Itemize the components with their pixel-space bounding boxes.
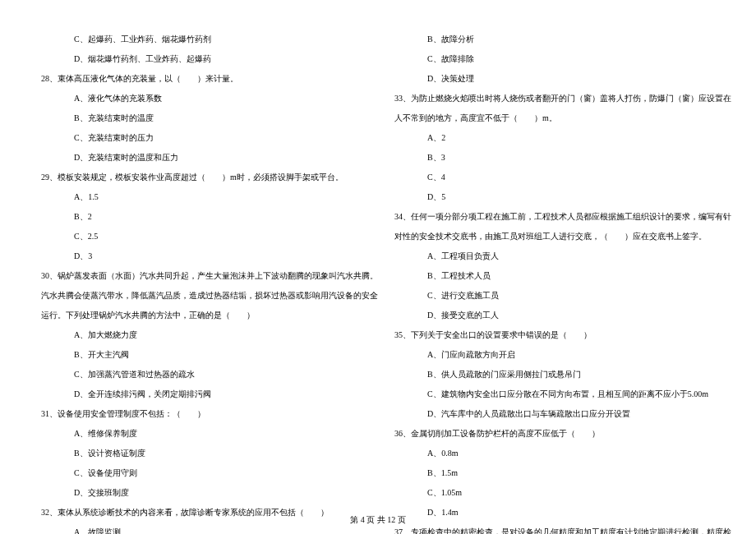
option-text: B、2	[36, 210, 366, 223]
option-text: D、5	[390, 191, 720, 203]
option-text: C、设备使用守则	[36, 467, 366, 479]
option-text: D、3	[36, 250, 366, 262]
page-footer: 第 4 页 共 12 页	[0, 514, 756, 526]
question-text: 37、专项检查中的精密检查，是对设备的几何精度和加工精度有计划地定期进行检测，精…	[390, 526, 720, 534]
option-text: B、充装结束时的温度	[36, 112, 366, 124]
option-text: A、工程项目负责人	[390, 250, 720, 262]
option-text: C、进行交底施工员	[390, 289, 720, 302]
option-text: C、建筑物内安全出口应分散在不同方向布置，且相互间的距离不应小于5.00m	[390, 388, 720, 400]
question-text: 35、下列关于安全出口的设置要求中错误的是（ ）	[390, 329, 720, 341]
option-text: C、故障排除	[390, 53, 720, 65]
question-text: 汽水共腾会使蒸汽带水，降低蒸汽品质，造成过热器结垢，损坏过热器或影响用汽设备的安…	[36, 289, 366, 302]
option-text: B、开大主汽阀	[36, 348, 366, 361]
question-text: 36、金属切削加工设备防护栏杆的高度不应低于（ ）	[390, 427, 720, 440]
option-text: C、起爆药、工业炸药、烟花爆竹药剂	[36, 33, 366, 45]
option-text: D、交接班制度	[36, 486, 366, 499]
question-text: 33、为防止燃烧火焰喷出时将人烧伤或者翻开的门（窗）盖将人打伤，防爆门（窗）应设…	[390, 92, 720, 104]
option-text: D、烟花爆竹药剂、工业炸药、起爆药	[36, 53, 366, 65]
option-text: D、充装结束时的温度和压力	[36, 151, 366, 163]
option-text: C、4	[390, 171, 720, 183]
option-text: B、1.5m	[390, 467, 720, 479]
question-text: 30、锅炉蒸发表面（水面）汽水共同升起，产生大量泡沫并上下波动翻腾的现象叫汽水共…	[36, 269, 366, 282]
option-text: A、故障监测	[36, 526, 366, 534]
question-text: 28、束体高压液化气体的充装量，以（ ）来计量。	[36, 72, 366, 85]
question-text: 29、模板安装规定，模板安装作业高度超过（ ）m时，必须搭设脚手架或平台。	[36, 171, 366, 183]
question-text: 人不常到的地方，高度宜不低于（ ）m。	[390, 112, 720, 124]
option-text: D、接受交底的工人	[390, 309, 720, 321]
option-text: A、2	[390, 131, 720, 144]
document-page: C、起爆药、工业炸药、烟花爆竹药剂 D、烟花爆竹药剂、工业炸药、起爆药 28、束…	[0, 0, 756, 501]
right-column: B、故障分析 C、故障排除 D、决策处理 33、为防止燃烧火焰喷出时将人烧伤或者…	[378, 33, 731, 476]
option-text: A、加大燃烧力度	[36, 329, 366, 341]
option-text: D、汽车库中的人员疏散出口与车辆疏散出口应分开设置	[390, 407, 720, 420]
option-text: A、门应向疏散方向开启	[390, 348, 720, 361]
option-text: C、1.05m	[390, 486, 720, 499]
option-text: C、2.5	[36, 230, 366, 242]
option-text: A、液化气体的充装系数	[36, 92, 366, 104]
question-text: 对性的安全技术交底书，由施工员对班组工人进行交底，（ ）应在交底书上签字。	[390, 230, 720, 242]
option-text: B、供人员疏散的门应采用侧拉门或悬吊门	[390, 368, 720, 380]
option-text: B、工程技术人员	[390, 269, 720, 282]
option-text: A、0.8m	[390, 447, 720, 459]
option-text: D、决策处理	[390, 72, 720, 85]
question-text: 34、任何一项分部分项工程在施工前，工程技术人员都应根据施工组织设计的要求，编写…	[390, 210, 720, 223]
option-text: D、全开连续排污阀，关闭定期排污阀	[36, 388, 366, 400]
option-text: C、充装结束时的压力	[36, 131, 366, 144]
option-text: A、维修保养制度	[36, 427, 366, 440]
question-text: 运行。下列处理锅炉汽水共腾的方法中，正确的是（ ）	[36, 309, 366, 321]
question-text: 31、设备使用安全管理制度不包括：（ ）	[36, 407, 366, 420]
left-column: C、起爆药、工业炸药、烟花爆竹药剂 D、烟花爆竹药剂、工业炸药、起爆药 28、束…	[25, 33, 378, 476]
option-text: A、1.5	[36, 191, 366, 203]
option-text: B、设计资格证制度	[36, 447, 366, 459]
option-text: C、加强蒸汽管道和过热器的疏水	[36, 368, 366, 380]
option-text: B、故障分析	[390, 33, 720, 45]
option-text: B、3	[390, 151, 720, 163]
